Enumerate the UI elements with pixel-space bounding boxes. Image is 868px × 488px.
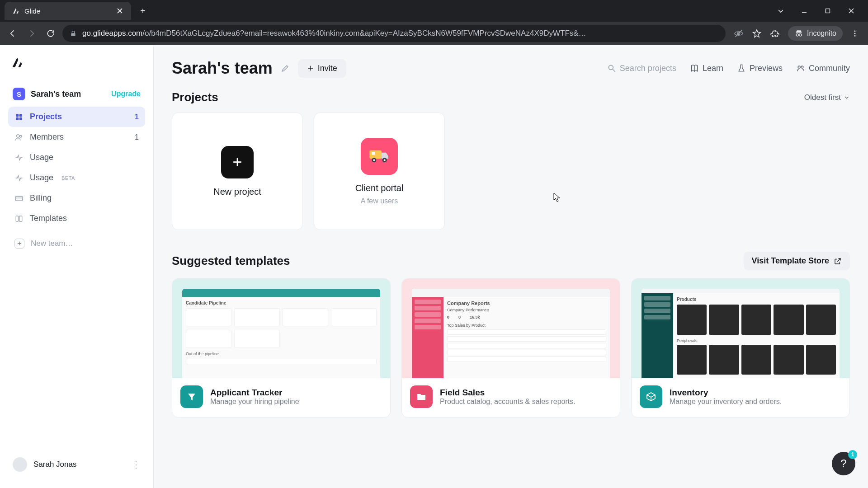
template-preview: Company Reports Company Performance 0016… bbox=[402, 279, 620, 378]
lock-icon bbox=[70, 30, 77, 37]
sidebar-item-members[interactable]: Members 1 bbox=[8, 127, 145, 147]
star-icon[interactable] bbox=[752, 28, 762, 38]
kebab-icon[interactable] bbox=[851, 29, 859, 38]
reload-button[interactable] bbox=[43, 26, 58, 41]
svg-rect-18 bbox=[16, 216, 18, 221]
svg-point-29 bbox=[384, 159, 386, 161]
chevron-down-icon bbox=[844, 94, 850, 101]
sidebar-item-projects[interactable]: Projects 1 bbox=[8, 107, 145, 127]
template-preview: Candidate Pipeline Out of the pipeline bbox=[172, 279, 390, 378]
app-root: S Sarah's team Upgrade Projects 1 Member… bbox=[0, 45, 868, 488]
project-subtitle: A few users bbox=[361, 197, 398, 205]
members-icon bbox=[14, 133, 24, 142]
project-card[interactable]: Client portal A few users bbox=[314, 113, 445, 230]
visit-template-store-button[interactable]: Visit Template Store bbox=[744, 252, 850, 270]
learn-link[interactable]: Learn bbox=[690, 64, 723, 73]
nav-label: Billing bbox=[30, 193, 52, 203]
svg-point-7 bbox=[854, 30, 856, 32]
activity-icon bbox=[14, 153, 24, 162]
search-projects[interactable]: Search projects bbox=[607, 64, 676, 73]
page-title: Sarah's team bbox=[172, 59, 273, 78]
previews-label: Previews bbox=[750, 64, 783, 73]
nav-count: 1 bbox=[135, 133, 139, 141]
template-desc: Manage your hiring pipeline bbox=[210, 398, 299, 406]
grid-icon bbox=[14, 113, 24, 122]
minimize-icon[interactable] bbox=[801, 8, 812, 14]
svg-rect-25 bbox=[372, 152, 375, 155]
svg-point-8 bbox=[854, 33, 856, 34]
glide-favicon-icon bbox=[12, 7, 20, 15]
svg-point-14 bbox=[17, 135, 19, 137]
truck-icon bbox=[361, 138, 398, 175]
svg-point-27 bbox=[373, 159, 375, 161]
community-link[interactable]: Community bbox=[796, 64, 850, 73]
window-controls bbox=[778, 8, 868, 14]
page-header: Sarah's team Invite Search projects Lear… bbox=[172, 59, 850, 78]
new-team-button[interactable]: + New team… bbox=[8, 233, 145, 254]
url-text: go.glideapps.com/o/b4mD56tXaGLcgyZduea6?… bbox=[82, 29, 718, 38]
browser-toolbar: go.glideapps.com/o/b4mD56tXaGLcgyZduea6?… bbox=[0, 22, 868, 45]
svg-rect-24 bbox=[369, 150, 382, 158]
help-button[interactable]: ? 1 bbox=[832, 452, 855, 475]
eye-off-icon[interactable] bbox=[734, 28, 744, 38]
svg-rect-1 bbox=[71, 33, 75, 36]
sidebar-item-billing[interactable]: Billing bbox=[8, 188, 145, 208]
nav-label: Templates bbox=[30, 214, 67, 223]
community-icon bbox=[796, 64, 805, 73]
community-label: Community bbox=[809, 64, 850, 73]
incognito-badge[interactable]: Incognito bbox=[788, 26, 843, 41]
address-bar[interactable]: go.glideapps.com/o/b4mD56tXaGLcgyZduea6?… bbox=[62, 25, 726, 42]
svg-rect-10 bbox=[16, 114, 19, 117]
user-name: Sarah Jonas bbox=[33, 460, 125, 469]
browser-tab[interactable]: Glide bbox=[5, 2, 131, 20]
sort-label: Oldest first bbox=[804, 93, 841, 102]
sidebar-item-templates[interactable]: Templates bbox=[8, 208, 145, 229]
svg-rect-11 bbox=[19, 114, 22, 117]
previews-link[interactable]: Previews bbox=[737, 64, 783, 73]
back-button[interactable] bbox=[5, 26, 20, 41]
svg-point-23 bbox=[801, 66, 803, 68]
invite-label: Invite bbox=[318, 64, 337, 73]
sidebar: S Sarah's team Upgrade Projects 1 Member… bbox=[0, 45, 154, 488]
search-placeholder: Search projects bbox=[620, 64, 676, 73]
forward-button[interactable] bbox=[24, 26, 39, 41]
nav-label: Members bbox=[30, 132, 64, 142]
project-name: Client portal bbox=[355, 183, 404, 193]
template-card[interactable]: Company Reports Company Performance 0016… bbox=[401, 278, 620, 418]
more-icon[interactable]: ⋮ bbox=[132, 459, 141, 470]
invite-button[interactable]: Invite bbox=[298, 59, 346, 78]
box-icon bbox=[640, 385, 662, 408]
external-link-icon bbox=[834, 257, 842, 265]
sidebar-item-usage[interactable]: Usage bbox=[8, 147, 145, 168]
tab-title: Glide bbox=[24, 7, 111, 15]
upgrade-link[interactable]: Upgrade bbox=[111, 90, 141, 98]
book-icon bbox=[690, 64, 699, 73]
extensions-icon[interactable] bbox=[770, 28, 780, 38]
incognito-icon bbox=[794, 29, 803, 38]
template-card[interactable]: Products Peripherals Inventory Manage yo… bbox=[631, 278, 850, 418]
flask-icon bbox=[737, 64, 746, 73]
svg-point-4 bbox=[796, 34, 798, 36]
sidebar-item-usage-beta[interactable]: Usage BETA bbox=[8, 168, 145, 188]
user-footer[interactable]: Sarah Jonas ⋮ bbox=[8, 452, 145, 477]
svg-rect-13 bbox=[19, 117, 22, 120]
nav-label: Projects bbox=[30, 112, 62, 122]
tab-dropdown-icon[interactable] bbox=[778, 8, 788, 14]
svg-point-9 bbox=[854, 35, 856, 37]
team-selector[interactable]: S Sarah's team Upgrade bbox=[8, 84, 145, 104]
window-close-icon[interactable] bbox=[848, 8, 859, 14]
avatar bbox=[13, 457, 27, 472]
templates-grid: Candidate Pipeline Out of the pipeline A… bbox=[172, 278, 850, 418]
pencil-icon[interactable] bbox=[281, 64, 290, 73]
plus-icon: + bbox=[221, 146, 254, 178]
new-tab-button[interactable]: + bbox=[136, 4, 150, 18]
new-project-card[interactable]: + New project bbox=[172, 113, 303, 230]
glide-logo-icon[interactable] bbox=[11, 56, 25, 70]
sort-dropdown[interactable]: Oldest first bbox=[804, 93, 850, 102]
close-icon[interactable] bbox=[116, 7, 124, 15]
maximize-icon[interactable] bbox=[825, 8, 835, 14]
activity-icon bbox=[14, 174, 24, 183]
new-project-label: New project bbox=[213, 187, 261, 197]
folder-icon bbox=[410, 385, 433, 408]
template-card[interactable]: Candidate Pipeline Out of the pipeline A… bbox=[172, 278, 391, 418]
